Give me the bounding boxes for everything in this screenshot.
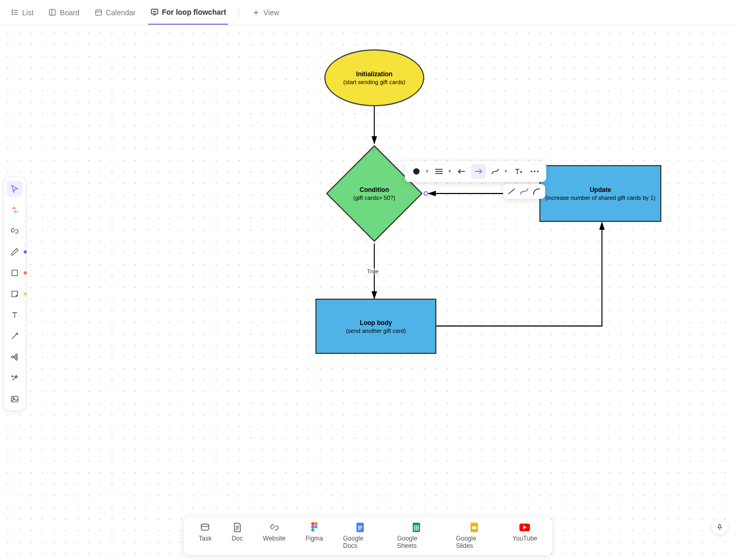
task-icon: [200, 522, 210, 533]
view-tabs: List Board Calendar For loop flowchart V…: [0, 0, 736, 25]
connector-more-button[interactable]: [527, 164, 542, 179]
node-update[interactable]: Update (increase number of shared gift c…: [539, 165, 661, 222]
path-curved-button[interactable]: [519, 187, 529, 196]
svg-line-39: [13, 355, 16, 358]
svg-point-31: [537, 170, 538, 172]
svg-line-32: [508, 189, 515, 194]
svg-point-20: [424, 192, 428, 196]
board-icon: [48, 8, 57, 17]
tool-text[interactable]: [7, 307, 23, 323]
svg-line-41: [13, 357, 16, 360]
tab-list-label: List: [22, 8, 34, 17]
node-condition-title: Condition: [343, 186, 406, 194]
svg-point-36: [16, 354, 17, 355]
svg-point-43: [13, 398, 14, 399]
dock-google-sheets-label: Google Sheets: [397, 535, 436, 549]
node-update-title: Update: [590, 186, 611, 194]
connector-path-style-button[interactable]: [488, 164, 503, 179]
chevron-down-icon: ▼: [447, 169, 452, 174]
dock-google-slides-label: Google Slides: [456, 535, 493, 549]
dock-google-docs[interactable]: Google Docs: [343, 522, 377, 549]
node-loop-body-title: Loop body: [360, 319, 392, 327]
tab-flowchart-label: For loop flowchart: [162, 8, 226, 16]
figma-icon: [309, 522, 320, 533]
svg-point-30: [534, 170, 535, 172]
dock-youtube[interactable]: YouTube: [513, 522, 537, 549]
tool-image[interactable]: [7, 391, 23, 407]
plus-icon: [252, 8, 260, 17]
svg-rect-56: [358, 527, 362, 528]
node-initialization-title: Initialization: [356, 70, 392, 78]
svg-point-52: [314, 525, 318, 528]
tool-pen[interactable]: [7, 244, 23, 260]
svg-point-35: [12, 356, 14, 358]
svg-point-29: [530, 170, 532, 172]
tool-mindmap[interactable]: [7, 349, 23, 365]
dock-doc[interactable]: Doc: [232, 522, 243, 549]
tab-calendar[interactable]: Calendar: [92, 0, 138, 25]
tab-add-view-label: View: [263, 8, 279, 17]
whiteboard-canvas[interactable]: True Initialization (start sending gift …: [0, 25, 736, 560]
node-initialization-sub: (start sending gift cards): [343, 79, 405, 85]
node-condition[interactable]: Condition (gift cards> 50?): [327, 146, 422, 241]
tool-shape[interactable]: [7, 265, 23, 281]
dock-task[interactable]: Task: [199, 522, 212, 549]
tool-sticky[interactable]: [7, 286, 23, 302]
path-elbow-button[interactable]: [531, 187, 542, 196]
dock-google-docs-label: Google Docs: [343, 535, 377, 549]
youtube-icon: [519, 522, 530, 533]
svg-point-51: [311, 525, 314, 528]
node-update-sub: (increase number of shared gift cards by…: [545, 195, 656, 201]
left-toolbar: +: [4, 178, 25, 410]
svg-point-53: [311, 528, 314, 532]
edge-label-true[interactable]: True: [366, 268, 380, 274]
color-indicator-icon: [24, 250, 27, 253]
color-indicator-icon: [24, 292, 27, 296]
svg-point-21: [413, 168, 420, 175]
tab-board[interactable]: Board: [46, 0, 81, 25]
chevron-down-icon: ▼: [504, 169, 508, 174]
dock-website-label: Website: [263, 535, 285, 542]
pin-button[interactable]: [712, 519, 728, 535]
connector-text-button[interactable]: [510, 164, 525, 179]
svg-point-37: [16, 356, 17, 358]
svg-point-4: [12, 12, 13, 13]
connector-start-arrow-button[interactable]: [454, 164, 469, 179]
svg-rect-34: [12, 270, 18, 276]
svg-rect-55: [358, 526, 362, 527]
color-indicator-icon: [24, 271, 27, 274]
calendar-icon: [94, 8, 103, 17]
svg-point-45: [201, 524, 209, 527]
whiteboard-icon: [150, 8, 159, 16]
tool-ai[interactable]: +: [7, 202, 23, 218]
dock-figma[interactable]: Figma: [305, 522, 323, 549]
svg-rect-63: [472, 526, 476, 529]
svg-text:+: +: [17, 210, 19, 215]
google-docs-icon: [355, 522, 365, 533]
connector-toolbar: ▼ ▼ ▼: [405, 161, 546, 182]
node-loop-body-sub: (send another gift card): [346, 328, 406, 334]
tool-connector[interactable]: [7, 328, 23, 344]
tool-select[interactable]: [7, 181, 23, 197]
tool-link[interactable]: [7, 223, 23, 239]
connector-end-arrow-button[interactable]: [471, 164, 486, 179]
tool-magic[interactable]: [7, 370, 23, 386]
tab-flowchart[interactable]: For loop flowchart: [148, 0, 228, 25]
dock-google-sheets[interactable]: Google Sheets: [397, 522, 436, 549]
svg-rect-57: [358, 529, 361, 530]
dock-figma-label: Figma: [305, 535, 323, 542]
tab-board-label: Board: [60, 8, 79, 17]
connector-stroke-button[interactable]: [432, 164, 446, 179]
website-icon: [269, 522, 280, 533]
google-slides-icon: [469, 522, 479, 533]
path-straight-button[interactable]: [506, 187, 517, 196]
doc-icon: [232, 522, 242, 533]
connector-color-button[interactable]: [409, 164, 424, 179]
node-loop-body[interactable]: Loop body (send another gift card): [315, 299, 436, 354]
dock-google-slides[interactable]: Google Slides: [456, 522, 493, 549]
node-initialization[interactable]: Initialization (start sending gift cards…: [324, 49, 424, 106]
tab-list[interactable]: List: [8, 0, 36, 25]
tab-add-view[interactable]: View: [250, 0, 281, 25]
dock-website[interactable]: Website: [263, 522, 285, 549]
svg-point-38: [16, 359, 17, 360]
